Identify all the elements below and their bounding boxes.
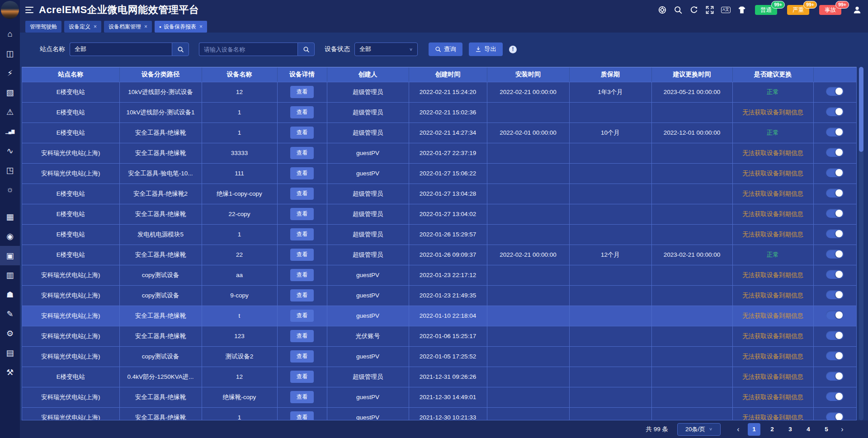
tab[interactable]: 设备档案管理 × <box>104 21 152 33</box>
alarm-badge[interactable]: 严重 99+ <box>787 5 809 15</box>
suggest-replace-toggle[interactable] <box>826 87 844 96</box>
cabinet-icon[interactable]: ▥ <box>0 265 20 285</box>
tools-icon[interactable]: ⚒ <box>0 363 20 382</box>
suggest-replace-toggle[interactable] <box>826 270 844 279</box>
suggest-replace-toggle[interactable] <box>826 188 844 198</box>
suggest-replace-toggle[interactable] <box>826 250 844 259</box>
refresh-icon[interactable] <box>689 5 698 14</box>
vertical-scrollbar[interactable] <box>859 67 863 420</box>
page-number-button[interactable]: 1 <box>748 423 760 436</box>
view-detail-button[interactable]: 查看 <box>290 391 314 403</box>
close-tab-icon[interactable]: × <box>94 24 97 30</box>
solar-panel-icon[interactable]: ▦ <box>0 207 20 226</box>
view-detail-button[interactable]: 查看 <box>290 249 314 261</box>
report-chart-icon[interactable]: ▧ <box>0 83 20 102</box>
help-icon[interactable] <box>658 5 667 14</box>
bar-chart-icon[interactable]: ▁▄▇ <box>0 122 20 141</box>
next-page-button[interactable]: › <box>836 425 848 433</box>
language-icon[interactable]: A文 <box>721 7 731 13</box>
suggest-replace-toggle[interactable] <box>826 290 844 299</box>
monitor-icon[interactable]: ◫ <box>0 44 20 63</box>
view-detail-button[interactable]: 查看 <box>290 106 314 118</box>
camera-icon[interactable]: ◉ <box>0 226 20 246</box>
alarm-badge[interactable]: 普通 99+ <box>755 5 777 15</box>
view-detail-button[interactable]: 查看 <box>290 86 314 98</box>
page-number-button[interactable]: 2 <box>766 423 778 436</box>
view-detail-button[interactable]: 查看 <box>290 330 314 342</box>
view-detail-button[interactable]: 查看 <box>290 208 314 220</box>
alarm-icon[interactable]: ⚠ <box>0 102 20 122</box>
close-tab-icon[interactable]: × <box>199 24 203 30</box>
fullscreen-icon[interactable] <box>705 5 714 14</box>
suggest-replace-toggle[interactable] <box>826 351 844 360</box>
view-detail-button[interactable]: 查看 <box>290 310 314 322</box>
view-detail-button[interactable]: 查看 <box>290 371 314 383</box>
suggest-replace-toggle[interactable] <box>826 107 844 116</box>
device-search-button[interactable] <box>297 42 315 56</box>
line-chart-icon[interactable]: ∿ <box>0 141 20 160</box>
export-button[interactable]: 导出 <box>469 42 503 56</box>
close-tab-icon[interactable]: × <box>144 24 147 30</box>
bulb-icon[interactable]: ☼ <box>0 180 20 199</box>
cell-replace-time <box>651 143 732 163</box>
prev-page-button[interactable]: ‹ <box>732 425 744 433</box>
cell-install-time <box>487 265 569 285</box>
site-search-button[interactable] <box>172 42 189 56</box>
theme-shirt-icon[interactable] <box>737 5 746 14</box>
cell-category-path: copy测试设备 <box>119 285 202 306</box>
page-number-button[interactable]: 4 <box>802 423 815 436</box>
tab[interactable]: 设备定义 × <box>64 21 101 33</box>
tab[interactable]: ● 设备保养报表 × <box>155 21 207 33</box>
scrollbar-thumb[interactable] <box>859 67 863 152</box>
suggest-replace-toggle[interactable] <box>826 392 844 401</box>
suggest-replace-toggle[interactable] <box>826 412 844 420</box>
suggest-replace-toggle[interactable] <box>826 127 844 137</box>
tab[interactable]: 管理驾驶舱 <box>25 21 61 33</box>
home-icon[interactable]: ⌂ <box>0 24 20 44</box>
cell-install-time <box>487 143 569 163</box>
search-icon[interactable] <box>674 5 683 14</box>
document-icon[interactable]: ▤ <box>0 343 20 363</box>
view-detail-button[interactable]: 查看 <box>290 188 314 200</box>
cell-warranty <box>569 265 651 285</box>
view-detail-button[interactable]: 查看 <box>290 127 314 139</box>
edit-icon[interactable]: ✎ <box>0 304 20 324</box>
user-icon[interactable] <box>853 5 862 14</box>
site-name-input[interactable] <box>70 42 172 56</box>
suggest-replace-toggle[interactable] <box>826 372 844 381</box>
view-detail-button[interactable]: 查看 <box>290 269 314 281</box>
tab-label: 管理驾驶舱 <box>30 23 57 31</box>
cell-category-path: copy测试设备 <box>119 265 202 285</box>
suggest-replace-toggle[interactable] <box>826 168 844 177</box>
view-detail-button[interactable]: 查看 <box>290 289 314 301</box>
page-number-button[interactable]: 3 <box>784 423 797 436</box>
view-detail-button[interactable]: 查看 <box>290 147 314 159</box>
suggest-replace-toggle[interactable] <box>826 209 844 218</box>
device-status-select[interactable]: 全部 ∨ <box>354 42 418 56</box>
view-detail-button[interactable]: 查看 <box>290 167 314 179</box>
device-name-input[interactable] <box>199 42 297 56</box>
query-button[interactable]: 查询 <box>429 42 462 56</box>
energy-icon[interactable]: ⚡ <box>0 63 20 83</box>
page-number-button[interactable]: 5 <box>820 423 833 436</box>
alarm-badge[interactable]: 事故 99+ <box>819 5 841 15</box>
menu-toggle-icon[interactable] <box>25 7 33 13</box>
view-detail-button[interactable]: 查看 <box>290 350 314 363</box>
suggest-replace-toggle[interactable] <box>826 311 844 320</box>
table-row: 安科瑞光伏电站(上海) 安全工器具-验电笔-10... 111 查看 guest… <box>22 163 856 184</box>
search-icon <box>435 46 441 52</box>
alarm-light-icon[interactable]: ☗ <box>0 285 20 304</box>
view-detail-button[interactable]: 查看 <box>290 228 314 240</box>
suggest-replace-toggle[interactable] <box>826 229 844 238</box>
info-icon[interactable]: ! <box>509 46 517 53</box>
user-avatar[interactable] <box>1 1 19 19</box>
cell-category-path: 安全工器具-绝缘靴 <box>119 122 202 143</box>
device-archive-icon[interactable]: ▣ <box>0 246 20 265</box>
monitor-settings-icon[interactable]: ⚙ <box>0 324 20 343</box>
view-detail-button[interactable]: 查看 <box>290 411 314 420</box>
page-size-select[interactable]: 20条/页 ∨ <box>677 423 721 436</box>
trend-screen-icon[interactable]: ◳ <box>0 160 20 180</box>
suggest-replace-toggle[interactable] <box>826 148 844 157</box>
suggest-replace-toggle[interactable] <box>826 331 844 340</box>
cell-device-name: 12 <box>202 367 277 387</box>
